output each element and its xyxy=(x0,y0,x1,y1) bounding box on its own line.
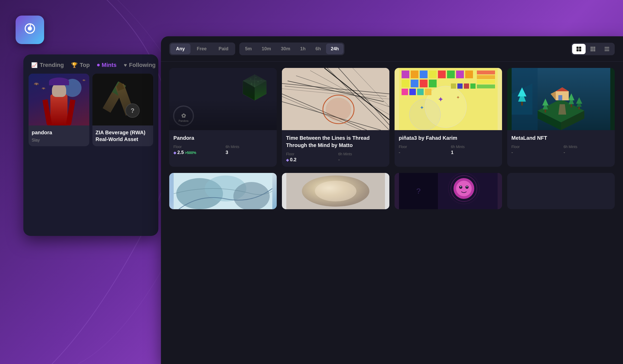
pinata3-floor-value: - xyxy=(399,150,446,155)
pinata3-mints-value: 1 xyxy=(451,150,498,155)
svg-rect-55 xyxy=(447,71,455,78)
nft-card-vampire[interactable]: 🦇 🦇 🦇 pandora Slay xyxy=(29,74,89,146)
pinata3-floor-block: Floor - xyxy=(399,145,446,155)
metaland-title: MetaLand NFT xyxy=(511,134,611,142)
svg-rect-91 xyxy=(578,107,580,109)
tab-top[interactable]: 🏆 Top xyxy=(71,62,90,68)
left-panel-grid: 🦇 🦇 🦇 pandora Slay xyxy=(23,74,158,146)
metaland-mints-block: 6h Mints - xyxy=(564,145,611,155)
svg-rect-69 xyxy=(457,83,463,89)
svg-rect-51 xyxy=(411,71,418,78)
vampire-card-title: pandora xyxy=(29,125,89,138)
nft-card-pinata3[interactable]: ✦ ✦ ✦ piñata3 by Fahad Karim Floor xyxy=(395,68,502,167)
pandora-floor-value: ◆ 2.5 >500% xyxy=(173,150,220,155)
pandora-card-body: Pandora Floor ◆ 2.5 >500% 6h Mints 3 xyxy=(169,130,277,159)
time-between-mints-value: - xyxy=(338,157,385,163)
time-between-floor-label: Floor xyxy=(286,152,333,156)
row2-card3-image: ? xyxy=(395,173,502,209)
blob-art xyxy=(282,173,389,209)
nft-card-pandora[interactable]: $ ◆ ✿ Pandora Pandora F xyxy=(169,68,277,167)
app-icon[interactable] xyxy=(16,16,44,44)
svg-rect-8 xyxy=(594,47,595,48)
nft-grid-row1: $ ◆ ✿ Pandora Pandora F xyxy=(161,62,623,173)
type-filter-group: Any Free Paid xyxy=(169,43,235,55)
view-list[interactable] xyxy=(600,44,614,54)
svg-rect-11 xyxy=(594,48,595,50)
filter-10m[interactable]: 10m xyxy=(257,44,276,54)
row2-card2-image xyxy=(282,173,389,209)
nft-card-row2-4[interactable] xyxy=(507,173,615,209)
svg-rect-95 xyxy=(558,95,562,100)
svg-rect-50 xyxy=(402,71,409,78)
eth-icon: ◆ xyxy=(173,151,176,155)
svg-rect-56 xyxy=(456,71,464,78)
svg-rect-76 xyxy=(477,75,495,79)
eth-icon-2: ◆ xyxy=(286,158,289,162)
zia-card-title: ZIA Beverage (RWA) Real-World Asset xyxy=(92,125,153,145)
svg-text:✦: ✦ xyxy=(438,96,443,103)
svg-rect-68 xyxy=(451,83,456,89)
view-grid-large[interactable] xyxy=(572,44,586,54)
svg-point-1 xyxy=(28,26,32,31)
filter-free[interactable]: Free xyxy=(191,44,212,54)
view-grid-small[interactable] xyxy=(586,44,600,54)
svg-rect-61 xyxy=(429,80,437,87)
metaland-floor-value: - xyxy=(511,150,558,155)
svg-point-114 xyxy=(460,186,461,187)
time-between-floor-value: ◆ 0.2 xyxy=(286,157,333,163)
pandora-floor-block: Floor ◆ 2.5 >500% xyxy=(173,145,220,155)
svg-point-115 xyxy=(466,186,468,187)
tab-trending[interactable]: 📈 Trending xyxy=(31,62,64,68)
pandora-image: $ ◆ ✿ Pandora xyxy=(169,68,277,130)
time-filter-group: 5m 10m 30m 1h 6h 24h xyxy=(239,43,344,55)
nav-tabs: 📈 Trending 🏆 Top Mints ♥ Following xyxy=(23,54,158,74)
svg-rect-6 xyxy=(591,47,592,48)
metaland-mints-label: 6h Mints xyxy=(564,145,611,149)
metaland-mints-value: - xyxy=(564,150,611,155)
metaland-card-body: MetaLand NFT Floor - 6h Mints - xyxy=(507,130,615,159)
nft-card-row2-2[interactable] xyxy=(282,173,389,209)
svg-rect-70 xyxy=(464,83,469,89)
svg-rect-54 xyxy=(438,71,446,78)
row2-card4-image xyxy=(507,173,615,209)
svg-rect-85 xyxy=(545,109,546,113)
filter-paid[interactable]: Paid xyxy=(213,44,234,54)
svg-rect-57 xyxy=(465,71,473,78)
nft-card-metaland[interactable]: MetaLand NFT Floor - 6h Mints - xyxy=(507,68,615,167)
metaland-floor-block: Floor - xyxy=(511,145,558,155)
pandora-mints-value: 3 xyxy=(226,150,273,155)
svg-point-63 xyxy=(409,99,441,130)
filter-1h[interactable]: 1h xyxy=(295,44,310,54)
svg-rect-52 xyxy=(420,71,428,78)
nft-card-row2-3[interactable]: ? xyxy=(395,173,502,209)
filter-5m[interactable]: 5m xyxy=(240,44,256,54)
svg-text:✦: ✦ xyxy=(420,105,424,110)
svg-rect-4 xyxy=(577,49,579,51)
svg-rect-77 xyxy=(477,80,495,84)
svg-rect-13 xyxy=(592,50,594,51)
filter-24h[interactable]: 24h xyxy=(326,44,343,54)
time-between-stats: Floor ◆ 0.2 6h Mints - xyxy=(286,152,385,163)
vampire-card-subtitle: Slay xyxy=(29,138,89,146)
abstract-art-1 xyxy=(169,173,277,209)
grid-large-icon xyxy=(576,46,581,52)
svg-rect-2 xyxy=(577,47,579,49)
svg-rect-59 xyxy=(411,80,418,87)
grid-small-icon xyxy=(590,46,595,52)
list-icon xyxy=(604,46,610,52)
nft-card-zia[interactable]: ? ZIA Beverage (RWA) Real-World Asset xyxy=(92,74,153,146)
mints-dot xyxy=(97,64,100,66)
filter-any[interactable]: Any xyxy=(170,44,191,54)
pandora-stats: Floor ◆ 2.5 >500% 6h Mints 3 xyxy=(173,145,273,155)
metaland-stats: Floor - 6h Mints - xyxy=(511,145,611,155)
filter-6h[interactable]: 6h xyxy=(311,44,326,54)
filter-30m[interactable]: 30m xyxy=(276,44,295,54)
svg-rect-78 xyxy=(477,85,495,88)
tab-following[interactable]: ♥ Following xyxy=(124,62,156,68)
svg-point-45 xyxy=(326,98,351,121)
trending-icon: 📈 xyxy=(31,62,38,68)
tab-mints[interactable]: Mints xyxy=(97,62,117,68)
nft-card-time-between[interactable]: Time Between the Lines is Thread Through… xyxy=(282,68,389,167)
svg-point-105 xyxy=(233,182,270,209)
nft-card-row2-1[interactable] xyxy=(169,173,277,209)
